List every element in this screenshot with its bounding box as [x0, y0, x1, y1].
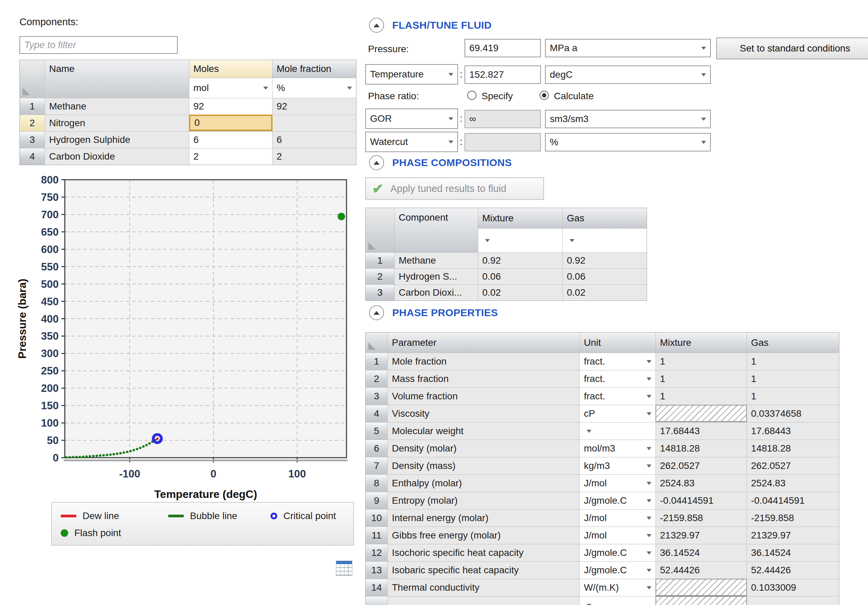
set-standard-conditions-button[interactable]: Set to standard conditions — [716, 37, 868, 59]
watercut-variable-select[interactable]: Watercut — [365, 132, 458, 152]
moles-cell[interactable]: 2 — [189, 148, 272, 165]
row-number[interactable]: 12 — [366, 544, 388, 562]
moles-unit-select[interactable]: mol — [189, 78, 272, 98]
pressure-input[interactable] — [465, 39, 541, 57]
row-number[interactable]: 13 — [366, 562, 388, 579]
temperature-variable-select[interactable]: Temperature — [365, 64, 458, 85]
collapse-flash-tune-button[interactable] — [369, 18, 384, 33]
moles-cell[interactable]: 0 — [189, 115, 273, 131]
legend-label: Bubble line — [190, 510, 237, 521]
row-number[interactable]: 1 — [366, 353, 388, 370]
temperature-unit-select[interactable]: degC — [545, 65, 711, 84]
svg-text:450: 450 — [41, 296, 59, 308]
unit-select[interactable]: J/gmole.C — [580, 492, 656, 509]
gor-unit-select[interactable]: sm3/sm3 — [545, 110, 711, 128]
unit-select[interactable]: W/(m.K) — [580, 579, 656, 596]
collapse-phase-compositions-button[interactable] — [369, 155, 384, 170]
pressure-unit-select[interactable]: MPa a — [545, 39, 711, 57]
unit-select[interactable]: kg/m3 — [580, 457, 656, 475]
row-number[interactable]: 3 — [366, 388, 388, 405]
gor-variable-select[interactable]: GOR — [365, 109, 458, 129]
components-filter-input[interactable] — [19, 36, 178, 54]
chevron-down-icon — [646, 499, 651, 503]
column-header-component[interactable]: Component — [395, 208, 478, 252]
column-header-mixture[interactable]: Mixture — [656, 332, 747, 353]
table-view-icon[interactable] — [336, 561, 352, 576]
select-all-corner[interactable] — [366, 332, 388, 353]
calculate-radio[interactable] — [539, 91, 549, 100]
unit-select[interactable]: J/mol — [580, 475, 656, 492]
select-all-corner[interactable] — [366, 208, 394, 252]
row-number[interactable]: 2 — [366, 370, 388, 388]
specify-radio[interactable] — [467, 91, 476, 100]
parameter-name-cell: Viscosity — [388, 405, 580, 422]
column-header-parameter[interactable]: Parameter — [388, 332, 580, 353]
mixture-value-cell: 1 — [656, 388, 747, 405]
row-number[interactable]: 9 — [366, 492, 388, 509]
unit-select[interactable]: mol/m3 — [580, 440, 656, 457]
column-header-name[interactable]: Name — [45, 60, 189, 98]
mixture-value-cell — [656, 405, 747, 422]
unit-select[interactable]: J/gmole.C — [580, 562, 656, 579]
svg-text:350: 350 — [41, 330, 59, 342]
column-header-unit[interactable]: Unit — [580, 332, 656, 353]
unit-select[interactable]: cP — [580, 405, 656, 422]
unit-select[interactable]: J/mol — [580, 509, 656, 527]
column-header-gas[interactable]: Gas — [747, 332, 839, 353]
unit-select[interactable] — [580, 422, 656, 440]
gas-value-cell: -2159.858 — [747, 509, 839, 527]
row-number[interactable]: 5 — [366, 422, 388, 440]
moles-cell[interactable]: 6 — [189, 132, 272, 148]
row-number[interactable]: 8 — [366, 475, 388, 492]
svg-text:50: 50 — [47, 434, 59, 447]
row-number[interactable]: 3 — [366, 285, 394, 301]
pressure-label: Pressure: — [368, 43, 409, 54]
column-header-gas[interactable]: Gas — [563, 208, 646, 228]
mole-fraction-unit-select[interactable]: % — [273, 78, 356, 98]
chevron-down-icon — [587, 604, 591, 605]
legend-row: Flash point — [61, 524, 344, 541]
chevron-up-icon — [374, 311, 380, 315]
apply-tuned-results-button[interactable]: ✔ Apply tuned results to fluid — [365, 177, 544, 200]
row-number[interactable]: 4 — [366, 405, 388, 422]
mixture-filter-select[interactable] — [478, 228, 563, 252]
gas-value-cell: 0.06 — [563, 269, 646, 284]
moles-cell[interactable]: 92 — [189, 98, 272, 115]
row-number[interactable]: 4 — [20, 148, 45, 165]
unit-select[interactable]: J/mol — [580, 527, 656, 544]
row-number[interactable]: 3 — [20, 132, 45, 148]
row-number[interactable]: 1 — [366, 253, 394, 268]
pressure-unit-value: MPa a — [550, 43, 577, 54]
row-number[interactable] — [366, 596, 388, 605]
column-header-moles[interactable]: Moles — [189, 60, 272, 78]
row-number[interactable]: 11 — [366, 527, 388, 544]
unit-select[interactable] — [580, 596, 656, 605]
parameter-name-cell: Density (mass) — [388, 457, 580, 475]
row-number[interactable]: 14 — [366, 579, 388, 596]
row-number[interactable]: 10 — [366, 509, 388, 527]
chevron-down-icon — [701, 141, 706, 144]
temperature-input[interactable] — [465, 65, 541, 84]
row-number[interactable]: 7 — [366, 457, 388, 475]
svg-text:300: 300 — [41, 347, 59, 360]
apply-tuned-results-label: Apply tuned results to fluid — [391, 183, 507, 194]
gas-filter-select[interactable] — [563, 228, 646, 252]
row-number[interactable]: 2 — [366, 269, 394, 284]
phase-ratio-label: Phase ratio: — [368, 91, 419, 102]
row-number[interactable]: 1 — [20, 98, 45, 115]
row-number[interactable]: 2 — [20, 115, 45, 131]
unit-select[interactable]: fract. — [580, 388, 656, 405]
column-header-mole-fraction[interactable]: Mole fraction — [273, 60, 356, 78]
mixture-value-cell: 262.0527 — [656, 457, 747, 475]
row-number[interactable]: 6 — [366, 440, 388, 457]
select-all-corner[interactable] — [20, 60, 45, 98]
unit-select[interactable]: fract. — [580, 370, 656, 388]
unit-select[interactable]: fract. — [580, 353, 656, 370]
calculate-radio-label[interactable]: Calculate — [554, 91, 594, 102]
column-header-mixture[interactable]: Mixture — [478, 208, 563, 228]
chevron-up-icon — [374, 161, 380, 165]
watercut-unit-select[interactable]: % — [545, 133, 711, 151]
unit-select[interactable]: J/gmole.C — [580, 544, 656, 562]
specify-radio-label[interactable]: Specify — [482, 91, 513, 102]
collapse-phase-properties-button[interactable] — [369, 305, 384, 320]
